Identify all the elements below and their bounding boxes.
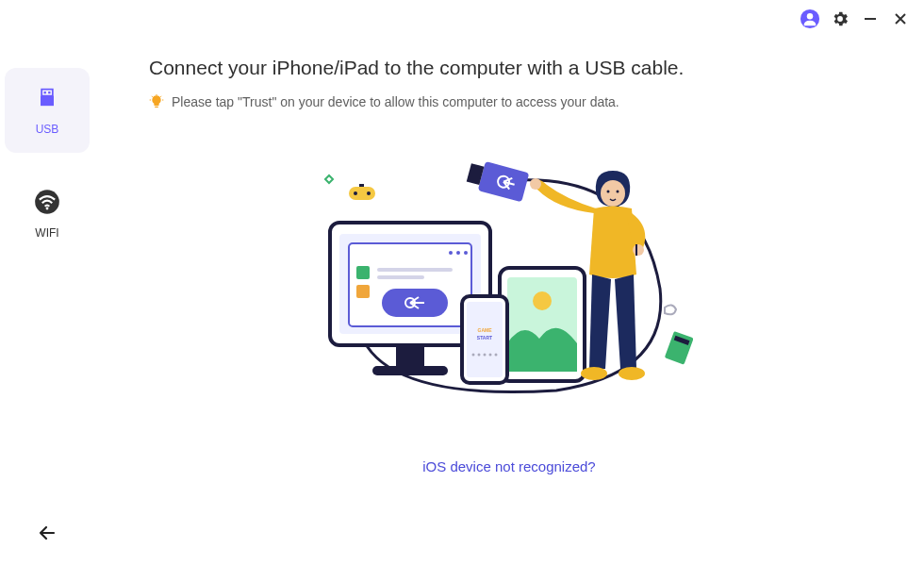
page-title: Connect your iPhone/iPad to the computer… (149, 57, 905, 79)
svg-point-46 (619, 367, 645, 380)
svg-rect-2 (865, 18, 876, 20)
main-content: Connect your iPhone/iPad to the computer… (113, 57, 905, 474)
svg-point-17 (456, 251, 460, 255)
close-icon[interactable] (890, 8, 911, 29)
svg-point-39 (601, 180, 625, 207)
svg-point-34 (472, 354, 475, 357)
account-icon[interactable] (800, 8, 820, 29)
sidebar-item-usb[interactable]: USB (5, 68, 90, 153)
svg-point-49 (367, 191, 371, 195)
svg-point-1 (807, 13, 813, 19)
sidebar: USB WIFI (0, 38, 94, 565)
settings-icon[interactable] (830, 8, 850, 29)
svg-rect-5 (48, 91, 50, 93)
svg-rect-44 (635, 244, 637, 256)
sidebar-item-wifi[interactable]: WIFI (5, 172, 90, 257)
svg-point-42 (530, 178, 541, 190)
svg-rect-6 (41, 96, 54, 107)
svg-rect-4 (44, 91, 46, 93)
svg-rect-22 (377, 275, 424, 279)
svg-point-43 (633, 244, 644, 256)
svg-text:GAME: GAME (478, 327, 493, 333)
svg-rect-9 (155, 107, 158, 108)
svg-rect-19 (356, 266, 370, 279)
svg-point-16 (449, 251, 453, 255)
svg-rect-25 (396, 345, 424, 366)
svg-rect-20 (356, 285, 370, 298)
svg-point-48 (354, 191, 357, 195)
help-link[interactable]: iOS device not recognized? (113, 458, 905, 474)
sidebar-item-label: WIFI (35, 226, 58, 240)
svg-point-38 (495, 354, 498, 357)
svg-point-8 (46, 208, 49, 210)
svg-point-37 (489, 354, 492, 357)
svg-point-36 (484, 354, 487, 357)
lightbulb-icon (149, 94, 164, 109)
svg-point-7 (35, 190, 59, 214)
connect-illustration: GAME START (113, 157, 905, 421)
back-button[interactable] (36, 522, 58, 548)
minimize-icon[interactable] (860, 8, 881, 29)
svg-rect-50 (359, 184, 364, 187)
svg-point-40 (607, 191, 610, 193)
svg-rect-47 (349, 187, 375, 200)
svg-point-41 (617, 191, 619, 193)
svg-point-29 (533, 291, 552, 310)
hint-row: Please tap "Trust" on your device to all… (149, 94, 905, 109)
svg-rect-26 (372, 366, 448, 375)
svg-rect-21 (377, 268, 453, 272)
sidebar-item-label: USB (36, 123, 59, 136)
wifi-icon (34, 189, 60, 219)
svg-point-35 (478, 354, 481, 357)
svg-point-45 (581, 367, 607, 380)
svg-text:START: START (477, 335, 492, 341)
usb-icon (34, 85, 60, 115)
svg-rect-51 (665, 331, 694, 365)
svg-rect-3 (41, 90, 53, 96)
titlebar (786, 0, 924, 38)
hint-text: Please tap "Trust" on your device to all… (172, 94, 619, 109)
svg-point-18 (464, 251, 468, 255)
